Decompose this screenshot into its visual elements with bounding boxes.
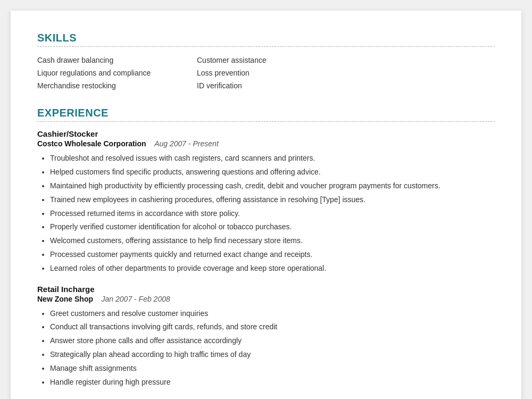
job-1-bullets: Troubleshot and resolved issues with cas… xyxy=(37,152,495,275)
job-2-title: Retail Incharge xyxy=(37,285,495,294)
skill-item-5: Loss prevention xyxy=(197,67,495,80)
bullet-item: Manage shift assignments xyxy=(50,362,495,375)
bullet-item: Handle register during high pressure xyxy=(50,376,495,389)
bullet-item: Maintained high productivity by efficien… xyxy=(50,180,495,193)
job-1: Cashier/Stocker Costco Wholesale Corpora… xyxy=(37,129,495,275)
skills-left-col: Cash drawer balancing Liquor regulations… xyxy=(37,54,197,92)
skills-divider xyxy=(37,46,495,47)
bullet-item: Answer store phone calls and offer assis… xyxy=(50,335,495,347)
bullet-item: Trained new employees in cashiering proc… xyxy=(50,194,495,206)
job-2-bullets: Greet customers and resolve customer inq… xyxy=(37,307,495,389)
bullet-item: Conduct all transactions involving gift … xyxy=(50,321,495,334)
experience-section: EXPERIENCE Cashier/Stocker Costco Wholes… xyxy=(37,107,495,388)
skill-item-2: Liquor regulations and compliance xyxy=(37,67,197,80)
bullet-item: Welcomed customers, offering assistance … xyxy=(50,235,495,247)
bullet-item: Learned roles of other departments to pr… xyxy=(50,262,495,275)
bullet-item: Processed customer payments quickly and … xyxy=(50,248,495,261)
skills-title: SKILLS xyxy=(37,32,495,44)
skill-item-3: Merchandise restocking xyxy=(37,80,197,93)
job-1-dates: Aug 2007 - Present xyxy=(154,139,219,148)
job-1-company-name: Costco Wholesale Corporation xyxy=(37,139,146,148)
bullet-item: Strategically plan ahead according to hi… xyxy=(50,348,495,361)
skills-grid: Cash drawer balancing Liquor regulations… xyxy=(37,54,495,92)
bullet-item: Troubleshot and resolved issues with cas… xyxy=(50,152,495,165)
job-2: Retail Incharge New Zone Shop Jan 2007 -… xyxy=(37,285,495,389)
job-2-company-line: New Zone Shop Jan 2007 - Feb 2008 xyxy=(37,295,495,303)
job-2-dates: Jan 2007 - Feb 2008 xyxy=(102,295,170,303)
experience-divider xyxy=(37,121,495,122)
skill-item-6: ID verification xyxy=(197,80,495,93)
job-1-company-line: Costco Wholesale Corporation Aug 2007 - … xyxy=(37,139,495,148)
skills-right-col: Customer assistance Loss prevention ID v… xyxy=(197,54,495,92)
skill-item-1: Cash drawer balancing xyxy=(37,54,197,67)
bullet-item: Helped customers find specific products,… xyxy=(50,166,495,179)
skills-section: SKILLS Cash drawer balancing Liquor regu… xyxy=(37,32,495,92)
skill-item-4: Customer assistance xyxy=(197,54,495,67)
experience-title: EXPERIENCE xyxy=(37,107,495,119)
job-1-title: Cashier/Stocker xyxy=(37,129,495,138)
bullet-item: Properly verified customer identificatio… xyxy=(50,221,495,234)
bullet-item: Greet customers and resolve customer inq… xyxy=(50,307,495,320)
bullet-item: Processed returned items in accordance w… xyxy=(50,207,495,220)
resume-page: SKILLS Cash drawer balancing Liquor regu… xyxy=(11,11,521,399)
job-2-company-name: New Zone Shop xyxy=(37,295,93,303)
